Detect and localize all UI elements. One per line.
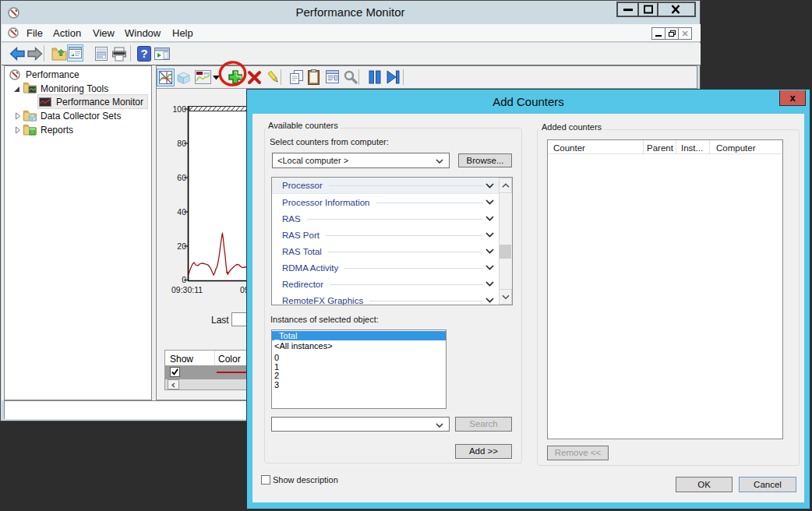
svg-text:?: ?: [140, 47, 147, 60]
